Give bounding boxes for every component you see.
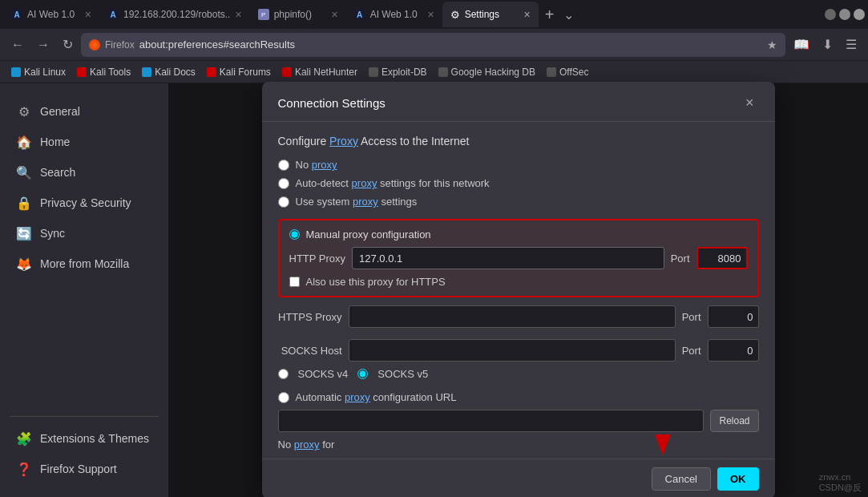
sidebar-item-privacy-security[interactable]: 🔒 Privacy & Security [3,188,165,218]
bookmark-google-hacking[interactable]: Google Hacking DB [434,65,540,79]
tab-close-1[interactable]: × [85,8,91,21]
auto-config-url-row: Reload [278,410,759,432]
url-text[interactable]: about:preferences#searchResults [139,38,762,51]
sidebar-item-general[interactable]: ⚙ General [3,96,165,127]
https-port-input[interactable] [708,305,759,328]
radio-auto-config[interactable]: Automatic proxy configuration URL [278,391,759,403]
save-page-button[interactable]: ⬇ [818,34,838,55]
ok-button[interactable]: OK [717,467,759,491]
radio-no-proxy[interactable]: No proxy [278,159,759,171]
socks-section: SOCKS Host Port SOCKS v4 SOCKS v5 [278,339,759,380]
bookmark-icon-offsec [547,67,556,77]
bookmark-star-button[interactable]: ★ [767,38,777,51]
tab-settings[interactable]: ⚙ Settings × [442,2,539,27]
radio-system-proxy-label: Use system proxy settings [296,196,418,208]
modal-close-button[interactable]: × [741,93,759,113]
bookmark-nethunter[interactable]: Kali NetHunter [277,65,362,79]
sidebar-item-home[interactable]: 🏠 Home [3,127,165,157]
section-title-before: Configure [278,135,330,147]
https-proxy-section: HTTPS Proxy Port [278,305,759,328]
tab-phpinfo[interactable]: P phpinfo() × [250,2,346,27]
radio-manual-proxy-input[interactable] [289,229,300,240]
radio-auto-detect-input[interactable] [278,178,289,189]
section-title: Configure Proxy Access to the Internet [278,135,759,147]
refresh-button[interactable]: ↻ [58,34,78,55]
tab-label-1: AI Web 1.0 [27,9,75,20]
back-button[interactable]: ← [6,34,29,55]
sidebar-label-privacy: Privacy & Security [40,196,131,209]
also-use-https-row[interactable]: Also use this proxy for HTTPS [289,276,748,288]
modal-overlay: Connection Settings × Configure Proxy Ac… [168,83,868,497]
sidebar-divider [10,416,159,417]
https-port-label: Port [682,311,701,323]
radio-system-proxy[interactable]: Use system proxy settings [278,196,759,208]
socks-v5-label: SOCKS v5 [377,368,428,380]
address-bar[interactable]: Firefox about:preferences#searchResults … [81,33,785,57]
modal-title: Connection Settings [278,96,386,110]
bookmark-kali-tools[interactable]: Kali Tools [72,65,135,79]
auto-config-url-input[interactable] [278,410,704,432]
sidebar-label-mozilla: More from Mozilla [40,257,129,270]
minimize-button[interactable] [825,9,836,20]
radio-auto-config-input[interactable] [278,392,289,403]
sidebar-item-search[interactable]: 🔍 Search [3,157,165,188]
bookmark-label-offsec: OffSec [559,67,588,78]
radio-system-proxy-input[interactable] [278,196,289,208]
modal-footer: Cancel OK [262,459,775,497]
menu-button[interactable]: ☰ [841,34,862,55]
http-proxy-input[interactable] [352,247,664,269]
sidebar-label-search: Search [40,166,75,179]
tab-favicon-5: ⚙ [450,9,460,21]
https-proxy-label: HTTPS Proxy [278,311,342,323]
bookmark-exploit-db[interactable]: Exploit-DB [364,65,432,79]
socks-port-label: Port [682,345,701,357]
http-port-input[interactable] [696,247,748,269]
socks-v5-radio[interactable] [357,369,368,379]
browser-window: A AI Web 1.0 × A 192.168.200.129/robots.… [0,0,868,497]
sidebar-item-mozilla[interactable]: 🦊 More from Mozilla [3,248,165,279]
socks-v4-label: SOCKS v4 [298,368,349,380]
tab-ai-web-2[interactable]: A AI Web 1.0 × [346,2,442,27]
tab-robots[interactable]: A 192.168.200.129/robots.. × [99,2,250,27]
http-proxy-label: HTTP Proxy [289,253,346,265]
reader-view-button[interactable]: 📖 [789,34,814,55]
radio-no-proxy-label: No proxy [296,159,337,171]
tab-close-5[interactable]: × [523,8,530,21]
home-icon: 🏠 [16,134,32,150]
bookmark-kali-forums[interactable]: Kali Forums [202,65,276,79]
sync-icon: 🔄 [16,225,32,241]
bookmark-kali-linux[interactable]: Kali Linux [6,65,71,79]
search-icon: 🔍 [16,164,32,180]
radio-no-proxy-input[interactable] [278,160,289,171]
nav-icons: 📖 ⬇ ☰ [789,34,862,55]
also-use-https-label: Also use this proxy for HTTPS [306,276,446,288]
radio-manual-proxy-label: Manual proxy configuration [306,228,431,240]
sidebar-item-sync[interactable]: 🔄 Sync [3,218,165,248]
https-proxy-input[interactable] [349,305,676,328]
maximize-button[interactable] [839,9,850,20]
forward-button[interactable]: → [32,34,55,55]
sidebar-label-extensions: Extensions & Themes [40,432,149,445]
new-tab-button[interactable]: + [539,6,561,24]
tab-overflow-button[interactable]: ⌄ [560,7,577,22]
cancel-button[interactable]: Cancel [652,467,711,491]
tab-favicon-2: A [107,9,119,20]
no-proxy-for-label: No proxy for [278,438,335,451]
sidebar-item-support[interactable]: ❓ Firefox Support [3,454,165,484]
tab-close-3[interactable]: × [331,8,337,21]
socks-v4-radio[interactable] [278,369,289,379]
also-use-https-checkbox[interactable] [289,277,300,287]
radio-auto-detect[interactable]: Auto-detect proxy settings for this netw… [278,177,759,189]
socks-host-input[interactable] [349,339,676,362]
bookmark-offsec[interactable]: OffSec [542,65,593,79]
radio-manual-proxy[interactable]: Manual proxy configuration [289,228,748,240]
socks-port-input[interactable] [708,339,759,362]
bookmark-kali-docs[interactable]: Kali Docs [137,65,200,79]
tab-close-4[interactable]: × [427,8,434,21]
sidebar-label-support: Firefox Support [40,463,117,475]
tab-ai-web-1[interactable]: A AI Web 1.0 × [3,2,99,27]
reload-button[interactable]: Reload [710,410,758,432]
close-window-button[interactable] [854,9,865,20]
tab-close-2[interactable]: × [235,8,241,21]
sidebar-item-extensions[interactable]: 🧩 Extensions & Themes [3,423,165,454]
